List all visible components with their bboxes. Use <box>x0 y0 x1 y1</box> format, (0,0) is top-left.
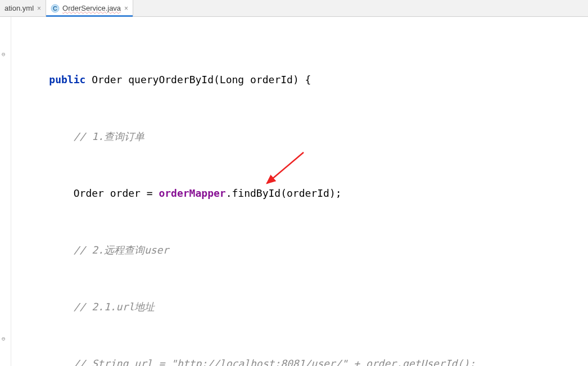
fold-icon[interactable]: ⊖ <box>2 51 6 58</box>
gutter: ⊖ ⊖ <box>0 17 11 366</box>
code-line: // 1.查询订单 <box>11 126 588 147</box>
java-class-icon: C <box>51 4 60 13</box>
editor-area: ⊖ ⊖ public Order queryOrderById(Long ord… <box>0 17 588 366</box>
svg-line-2 <box>267 152 304 183</box>
code-line: // 2.远程查询user <box>11 240 588 261</box>
code-line: public Order queryOrderById(Long orderId… <box>11 69 588 91</box>
fold-icon[interactable]: ⊖ <box>2 335 6 342</box>
svg-text:C: C <box>53 5 57 12</box>
tab-label: ation.yml <box>4 4 34 12</box>
tab-orderservice[interactable]: C OrderService.java × <box>46 0 133 16</box>
close-icon[interactable]: × <box>37 4 41 12</box>
code-line: Order order = orderMapper.findById(order… <box>11 183 588 204</box>
close-icon[interactable]: × <box>124 4 128 12</box>
code-line: // 2.1.url地址 <box>11 296 588 318</box>
code-editor[interactable]: public Order queryOrderById(Long orderId… <box>11 17 588 366</box>
tab-yml[interactable]: ation.yml × <box>0 0 46 16</box>
tab-label: OrderService.java <box>62 4 121 12</box>
code-line: // String url = "http://localhost:8081/u… <box>11 353 588 366</box>
tab-bar: ation.yml × C OrderService.java × <box>0 0 588 17</box>
